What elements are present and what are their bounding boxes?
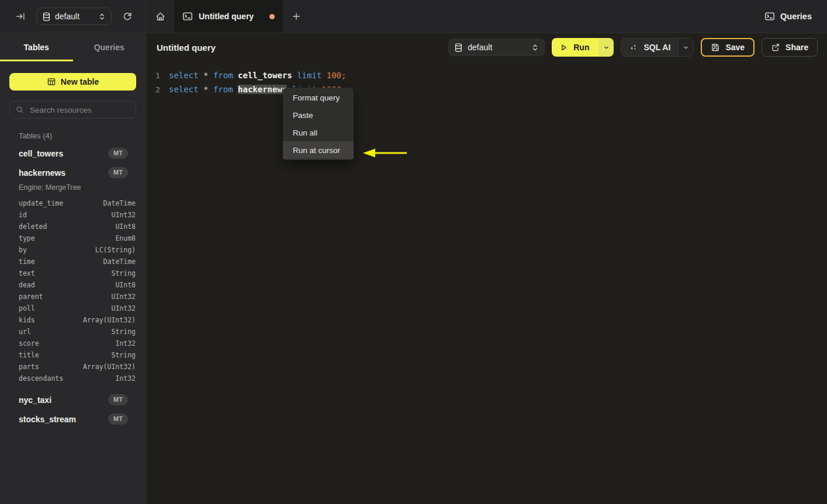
annotation-arrow <box>359 146 409 160</box>
refresh-icon[interactable] <box>120 9 135 24</box>
code-token: * <box>203 71 213 80</box>
menu-item[interactable]: Paste <box>283 106 354 124</box>
column-row: idUInt32 <box>0 209 146 221</box>
column-row: kidsArray(UInt32) <box>0 314 146 326</box>
column-name: type <box>19 234 115 242</box>
column-row: urlString <box>0 326 146 338</box>
topbar: default Untitled query <box>0 0 827 33</box>
column-name: parent <box>19 293 111 301</box>
run-button[interactable]: Run <box>552 38 598 57</box>
table-row[interactable]: hackernewsMT <box>0 163 146 182</box>
new-table-button[interactable]: New table <box>9 73 136 91</box>
column-name: time <box>19 258 103 266</box>
engine-badge: MT <box>108 394 128 405</box>
code-line[interactable]: 2select * from hackernews limit 1000 <box>146 82 827 96</box>
search-icon <box>16 106 24 114</box>
column-name: title <box>19 351 111 359</box>
code-line[interactable]: 1select * from cell_towers limit 100; <box>146 68 827 82</box>
line-number: 1 <box>155 71 169 80</box>
column-type: String <box>111 351 136 359</box>
unsaved-dot <box>269 14 275 19</box>
sql-ai-chevron[interactable] <box>678 39 693 56</box>
column-row: byLC(String) <box>0 244 146 256</box>
column-name: by <box>19 246 95 254</box>
tab-untitled-query[interactable]: Untitled query <box>174 0 283 33</box>
sidebar: Tables Queries New table <box>0 33 146 504</box>
menu-item[interactable]: Run all <box>283 124 354 141</box>
share-button[interactable]: Share <box>762 38 818 57</box>
queries-label: Queries <box>780 12 812 21</box>
sql-ai-button[interactable]: SQL AI <box>621 39 678 56</box>
code-token: select <box>169 71 203 80</box>
database-selector-value: default <box>468 43 527 52</box>
new-tab-button[interactable] <box>283 0 310 33</box>
code-token: from <box>213 85 238 94</box>
tab-title: Untitled query <box>199 12 264 21</box>
database-icon <box>43 12 50 21</box>
tab-tables[interactable]: Tables <box>0 33 73 61</box>
sidebar-tabs: Tables Queries <box>0 33 146 61</box>
tables-list: cell_towersMThackernewsMTEngine: MergeTr… <box>0 141 146 429</box>
column-name: url <box>19 328 111 336</box>
engine-badge: MT <box>108 167 128 178</box>
column-name: deleted <box>19 223 115 231</box>
updown-chevron-icon <box>532 44 538 51</box>
table-row[interactable]: cell_towersMT <box>0 144 146 163</box>
column-type: DateTime <box>103 258 136 266</box>
column-type: UInt32 <box>111 304 136 312</box>
menu-item[interactable]: Run at cursor <box>283 141 354 159</box>
column-row: textString <box>0 267 146 279</box>
query-title: Untitled query <box>157 43 216 53</box>
tables-section-label: Tables (4) <box>0 119 146 141</box>
column-type: String <box>111 328 136 336</box>
engine-badge: MT <box>108 413 128 425</box>
database-selector-topbar[interactable]: default <box>36 8 112 25</box>
queries-button[interactable]: Queries <box>764 0 827 33</box>
sql-editor[interactable]: 1select * from cell_towers limit 100;2se… <box>146 61 827 96</box>
table-name: cell_towers <box>19 149 108 158</box>
code-token <box>292 71 297 80</box>
search-box[interactable] <box>9 101 136 119</box>
table-name: stocks_stream <box>19 415 108 424</box>
column-row: deletedUInt8 <box>0 221 146 232</box>
topbar-left: default <box>0 0 146 33</box>
run-label: Run <box>573 43 589 52</box>
home-button[interactable] <box>146 0 174 33</box>
column-type: UInt32 <box>111 293 136 301</box>
share-label: Share <box>786 43 808 52</box>
column-name: score <box>19 339 115 347</box>
table-row[interactable]: stocks_streamMT <box>0 409 146 429</box>
terminal-icon <box>764 11 775 22</box>
terminal-icon <box>182 11 193 22</box>
column-type: Array(UInt32) <box>83 316 136 324</box>
column-name: parts <box>19 363 83 371</box>
save-button[interactable]: Save <box>701 38 755 57</box>
play-icon <box>559 43 568 52</box>
sql-ai-split-button: SQL AI <box>621 38 694 57</box>
table-row[interactable]: nyc_taxiMT <box>0 390 146 409</box>
column-type: Int32 <box>115 374 136 383</box>
column-type: Enum8 <box>115 234 136 242</box>
code-token: hackernews <box>238 85 287 94</box>
sparkles-icon <box>629 43 638 52</box>
column-row: descendantsInt32 <box>0 373 146 384</box>
column-type: String <box>111 269 136 277</box>
tab-queries[interactable]: Queries <box>73 33 146 61</box>
columns-list: update_timeDateTimeidUInt32deletedUInt8t… <box>0 196 146 390</box>
new-table-label: New table <box>61 77 99 86</box>
collapse-sidebar-icon[interactable] <box>13 9 28 24</box>
database-selector-toolbar[interactable]: default <box>448 39 545 56</box>
column-type: DateTime <box>103 199 136 207</box>
column-name: poll <box>19 304 111 312</box>
code-text: select * from cell_towers limit 100; <box>169 71 346 80</box>
code-token: 100; <box>327 71 347 80</box>
table-grid-icon <box>47 77 56 86</box>
line-number: 2 <box>155 85 169 94</box>
run-options-chevron[interactable] <box>598 38 614 57</box>
column-name: update_time <box>19 199 103 207</box>
search-input[interactable] <box>29 105 134 115</box>
main-area: Untitled query default <box>146 33 827 504</box>
tab-strip: Untitled query Queries <box>146 0 827 33</box>
save-label: Save <box>725 43 745 52</box>
menu-item[interactable]: Format query <box>283 89 354 106</box>
